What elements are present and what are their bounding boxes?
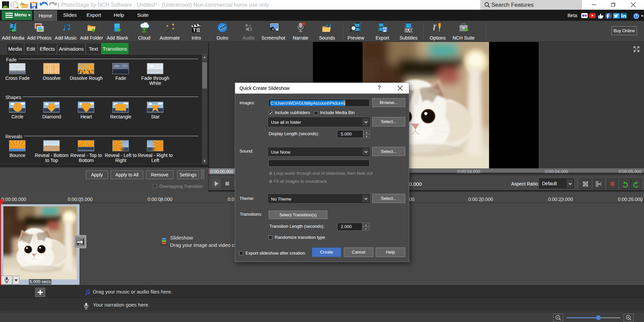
svg-text:?: ? — [635, 14, 637, 18]
svg-text:SUB: SUB — [404, 28, 413, 33]
